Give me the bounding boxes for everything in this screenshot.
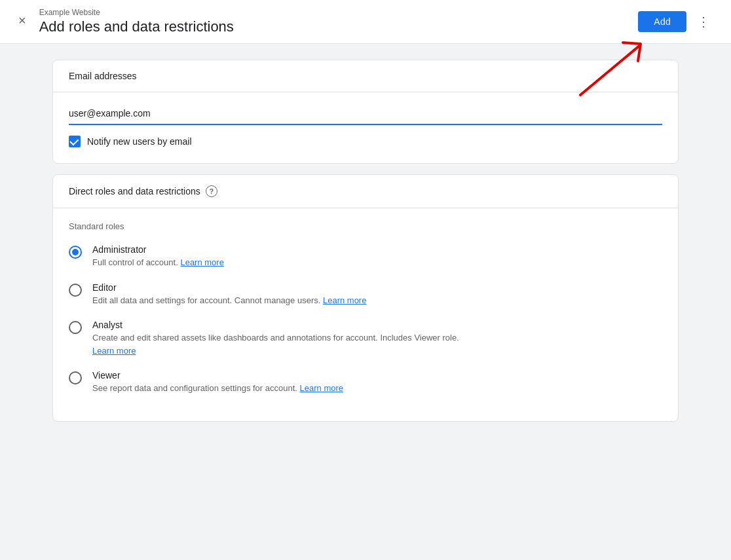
email-card: Email addresses Notify new users by emai…	[52, 60, 679, 164]
help-icon[interactable]: ?	[206, 185, 217, 197]
role-item-viewer: Viewer See report data and configuration…	[69, 370, 662, 395]
learn-more-editor[interactable]: Learn more	[323, 295, 366, 305]
role-desc-analyst: Create and edit shared assets like dashb…	[92, 331, 459, 357]
email-input[interactable]	[69, 103, 662, 125]
header-left: × Example Website Add roles and data res…	[16, 8, 234, 35]
radio-analyst[interactable]	[69, 321, 82, 334]
role-text-analyst: Analyst Create and edit shared assets li…	[92, 320, 459, 357]
role-desc-editor: Edit all data and settings for account. …	[92, 294, 366, 307]
add-button[interactable]: Add	[638, 11, 686, 32]
role-name-administrator: Administrator	[92, 244, 224, 255]
notify-checkbox[interactable]	[69, 136, 81, 147]
close-icon: ×	[18, 13, 26, 28]
role-text-editor: Editor Edit all data and settings for ac…	[92, 282, 366, 307]
roles-card-header: Direct roles and data restrictions ?	[53, 175, 678, 208]
roles-card: Direct roles and data restrictions ? Sta…	[52, 174, 679, 422]
header-right: Add ⋮	[638, 11, 715, 32]
header-title-area: Example Website Add roles and data restr…	[39, 8, 234, 35]
role-text-viewer: Viewer See report data and configuration…	[92, 370, 343, 395]
roles-header-text: Direct roles and data restrictions	[69, 186, 200, 196]
notify-label: Notify new users by email	[87, 136, 192, 147]
role-name-editor: Editor	[92, 282, 366, 293]
roles-body: Standard roles Administrator Full contro…	[53, 208, 678, 421]
page-header: × Example Website Add roles and data res…	[0, 0, 731, 44]
page-subtitle: Example Website	[39, 8, 234, 17]
notify-row: Notify new users by email	[69, 136, 662, 147]
email-card-body: Notify new users by email	[53, 92, 678, 163]
radio-viewer[interactable]	[69, 371, 82, 384]
role-desc-viewer: See report data and configuration settin…	[92, 382, 343, 395]
page-title: Add roles and data restrictions	[39, 18, 234, 35]
role-item-administrator: Administrator Full control of account. L…	[69, 244, 662, 269]
radio-editor[interactable]	[69, 284, 82, 297]
email-card-header: Email addresses	[53, 60, 678, 92]
close-button[interactable]: ×	[16, 10, 29, 31]
role-item-analyst: Analyst Create and edit shared assets li…	[69, 320, 662, 357]
more-icon: ⋮	[697, 14, 710, 29]
role-item-editor: Editor Edit all data and settings for ac…	[69, 282, 662, 307]
radio-inner-administrator	[72, 249, 79, 255]
role-desc-administrator: Full control of account. Learn more	[92, 256, 224, 269]
learn-more-administrator[interactable]: Learn more	[180, 257, 223, 267]
more-options-button[interactable]: ⋮	[692, 11, 715, 32]
role-text-administrator: Administrator Full control of account. L…	[92, 244, 224, 269]
learn-more-analyst[interactable]: Learn more	[92, 346, 136, 356]
radio-administrator[interactable]	[69, 246, 82, 259]
learn-more-viewer[interactable]: Learn more	[300, 383, 343, 393]
role-name-analyst: Analyst	[92, 320, 459, 330]
page-content: Email addresses Notify new users by emai…	[0, 44, 731, 438]
standard-roles-label: Standard roles	[69, 221, 662, 231]
role-name-viewer: Viewer	[92, 370, 343, 381]
